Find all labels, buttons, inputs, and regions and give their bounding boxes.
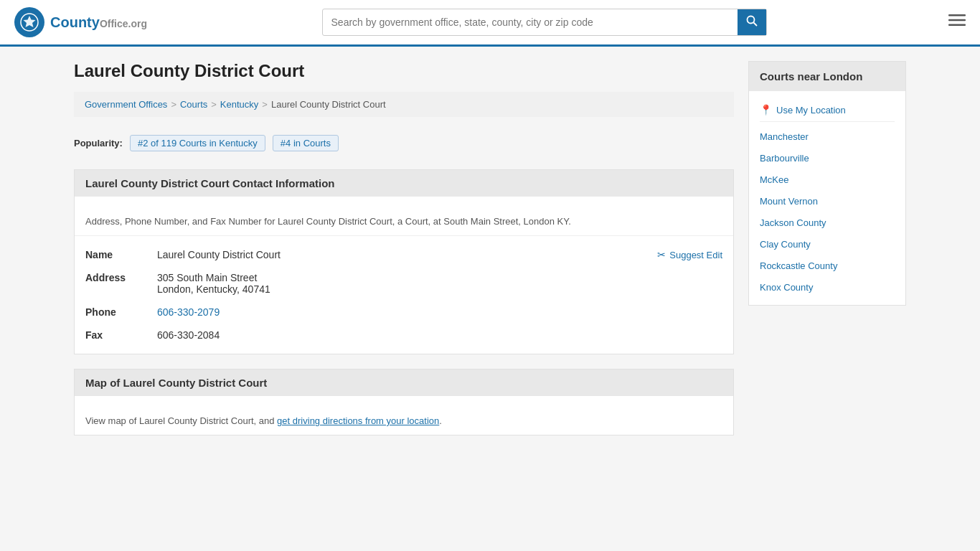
suggest-edit-icon: ✂ [657,249,666,260]
fax-label: Fax [85,329,157,341]
sidebar-link-mckee[interactable]: McKee [760,169,895,190]
svg-rect-6 [948,24,966,27]
svg-rect-5 [948,19,966,22]
map-description: View map of Laurel County District Court… [75,407,733,435]
contact-section: Laurel County District Court Contact Inf… [74,169,734,354]
sidebar-link-mount-vernon[interactable]: Mount Vernon [760,190,895,212]
search-button[interactable] [738,9,766,35]
driving-directions-link[interactable]: get driving directions from your locatio… [277,415,439,426]
map-desc-suffix: . [439,415,442,426]
contact-name-row: Name Laurel County District Court ✂ Sugg… [85,243,722,266]
phone-link[interactable]: 606-330-2079 [157,306,220,318]
suggest-edit-link[interactable]: ✂ Suggest Edit [657,249,722,260]
breadcrumb-sep-3: > [262,99,268,110]
sidebar-title: Courts near London [749,62,905,91]
header: CountyOffice.org [0,0,980,47]
contact-fax-row: Fax 606-330-2084 [85,324,722,347]
sidebar-links: 📍 Use My Location Manchester Barbourvill… [749,91,905,305]
search-area [322,9,767,36]
address-line2: London, Kentucky, 40741 [157,283,722,295]
sidebar-link-knox-county[interactable]: Knox County [760,276,895,298]
map-desc-prefix: View map of Laurel County District Court… [85,415,277,426]
popularity-bar: Popularity: #2 of 119 Courts in Kentucky… [74,128,734,159]
manchester-link[interactable]: Manchester [760,131,809,142]
breadcrumb-sep-2: > [211,99,217,110]
breadcrumb-sep-1: > [171,99,176,110]
breadcrumb-kentucky[interactable]: Kentucky [220,99,258,110]
logo-domain: .org [128,18,147,29]
logo-icon [14,7,44,37]
sidebar-link-barbourville[interactable]: Barbourville [760,147,895,169]
jackson-county-link[interactable]: Jackson County [760,217,826,228]
location-pin-icon: 📍 [760,104,772,116]
svg-point-2 [747,17,754,24]
map-section: Map of Laurel County District Court View… [74,369,734,435]
clay-county-link[interactable]: Clay County [760,239,811,250]
logo-county: County [50,14,100,30]
hamburger-menu[interactable] [948,11,966,33]
sidebar-link-clay-county[interactable]: Clay County [760,233,895,255]
breadcrumb-gov-offices[interactable]: Government Offices [85,99,167,110]
logo-text: CountyOffice.org [50,14,147,31]
breadcrumb-current: Laurel County District Court [271,99,386,110]
sidebar-box: Courts near London 📍 Use My Location Man… [748,61,906,306]
contact-address-row: Address 305 South Main Street London, Ke… [85,266,722,301]
search-input[interactable] [323,11,738,34]
contact-description: Address, Phone Number, and Fax Number fo… [75,207,733,236]
rockcastle-county-link[interactable]: Rockcastle County [760,260,837,271]
logo-office: Office [100,18,128,29]
map-section-header: Map of Laurel County District Court [75,369,733,396]
name-label: Name [85,249,157,260]
phone-value: 606-330-2079 [157,306,722,318]
contact-phone-row: Phone 606-330-2079 [85,301,722,324]
address-value: 305 South Main Street London, Kentucky, … [157,272,722,295]
contact-section-header: Laurel County District Court Contact Inf… [75,170,733,197]
phone-label: Phone [85,306,157,318]
suggest-edit-label: Suggest Edit [669,250,722,260]
barbourville-link[interactable]: Barbourville [760,153,809,164]
breadcrumb-courts[interactable]: Courts [180,99,207,110]
knox-county-link[interactable]: Knox County [760,282,813,293]
svg-line-3 [753,23,757,27]
popularity-label: Popularity: [74,138,123,149]
use-my-location-link[interactable]: Use My Location [776,105,846,116]
logo-area: CountyOffice.org [14,7,147,37]
use-my-location-row: 📍 Use My Location [760,98,895,122]
svg-rect-4 [948,14,966,17]
sidebar-link-jackson-county[interactable]: Jackson County [760,212,895,233]
name-value: Laurel County District Court [157,249,722,260]
address-line1: 305 South Main Street [157,272,722,283]
popularity-rank1: #2 of 119 Courts in Kentucky [130,135,265,151]
mckee-link[interactable]: McKee [760,174,788,185]
mount-vernon-link[interactable]: Mount Vernon [760,196,818,207]
main-container: Laurel County District Court Government … [60,47,920,450]
page-title: Laurel County District Court [74,61,734,81]
sidebar: Courts near London 📍 Use My Location Man… [748,61,906,435]
contact-table: Name Laurel County District Court ✂ Sugg… [75,236,733,354]
fax-value: 606-330-2084 [157,329,722,341]
sidebar-link-rockcastle-county[interactable]: Rockcastle County [760,255,895,276]
breadcrumb: Government Offices > Courts > Kentucky >… [74,92,734,117]
sidebar-link-manchester[interactable]: Manchester [760,126,895,147]
address-label: Address [85,272,157,283]
content-area: Laurel County District Court Government … [74,61,734,435]
popularity-rank2: #4 in Courts [273,135,339,151]
